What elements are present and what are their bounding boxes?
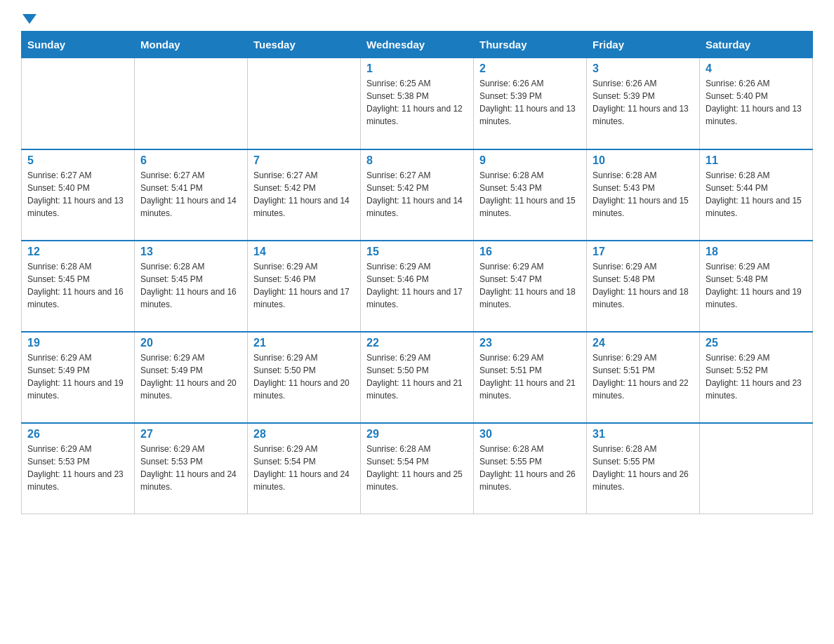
day-number: 1 xyxy=(366,62,468,75)
day-number: 25 xyxy=(706,337,807,349)
page-header xyxy=(21,14,813,24)
day-info: Sunrise: 6:28 AM Sunset: 5:45 PM Dayligh… xyxy=(27,260,128,311)
calendar-cell: 6Sunrise: 6:27 AM Sunset: 5:41 PM Daylig… xyxy=(135,149,248,241)
day-info: Sunrise: 6:29 AM Sunset: 5:46 PM Dayligh… xyxy=(253,260,355,311)
calendar-week-row: 12Sunrise: 6:28 AM Sunset: 5:45 PM Dayli… xyxy=(22,241,813,332)
calendar-cell: 9Sunrise: 6:28 AM Sunset: 5:43 PM Daylig… xyxy=(474,149,587,241)
day-header-tuesday: Tuesday xyxy=(248,32,361,58)
day-number: 29 xyxy=(366,428,468,441)
calendar-week-row: 26Sunrise: 6:29 AM Sunset: 5:53 PM Dayli… xyxy=(22,423,813,514)
day-info: Sunrise: 6:29 AM Sunset: 5:46 PM Dayligh… xyxy=(366,260,468,311)
day-info: Sunrise: 6:27 AM Sunset: 5:42 PM Dayligh… xyxy=(366,169,468,220)
day-info: Sunrise: 6:28 AM Sunset: 5:44 PM Dayligh… xyxy=(706,169,807,220)
day-info: Sunrise: 6:27 AM Sunset: 5:41 PM Dayligh… xyxy=(140,169,241,220)
calendar-cell: 26Sunrise: 6:29 AM Sunset: 5:53 PM Dayli… xyxy=(22,423,135,514)
day-info: Sunrise: 6:28 AM Sunset: 5:55 PM Dayligh… xyxy=(593,443,694,493)
calendar-cell: 3Sunrise: 6:26 AM Sunset: 5:39 PM Daylig… xyxy=(587,58,700,149)
day-number: 18 xyxy=(706,246,807,258)
day-number: 2 xyxy=(479,62,581,75)
calendar-cell xyxy=(248,58,361,149)
day-info: Sunrise: 6:29 AM Sunset: 5:49 PM Dayligh… xyxy=(140,351,241,402)
day-number: 26 xyxy=(27,428,128,441)
calendar-cell: 13Sunrise: 6:28 AM Sunset: 5:45 PM Dayli… xyxy=(135,241,248,332)
day-info: Sunrise: 6:29 AM Sunset: 5:53 PM Dayligh… xyxy=(140,443,241,493)
day-number: 19 xyxy=(27,337,128,349)
calendar-cell: 23Sunrise: 6:29 AM Sunset: 5:51 PM Dayli… xyxy=(474,332,587,423)
day-header-saturday: Saturday xyxy=(700,32,813,58)
day-number: 22 xyxy=(366,337,468,349)
calendar-cell: 22Sunrise: 6:29 AM Sunset: 5:50 PM Dayli… xyxy=(361,332,474,423)
day-info: Sunrise: 6:29 AM Sunset: 5:50 PM Dayligh… xyxy=(366,351,468,402)
calendar-cell: 12Sunrise: 6:28 AM Sunset: 5:45 PM Dayli… xyxy=(22,241,135,332)
calendar-table: SundayMondayTuesdayWednesdayThursdayFrid… xyxy=(21,31,813,514)
calendar-week-row: 5Sunrise: 6:27 AM Sunset: 5:40 PM Daylig… xyxy=(22,149,813,241)
day-number: 11 xyxy=(706,154,807,167)
day-info: Sunrise: 6:25 AM Sunset: 5:38 PM Dayligh… xyxy=(366,77,468,128)
day-info: Sunrise: 6:29 AM Sunset: 5:48 PM Dayligh… xyxy=(593,260,694,311)
day-number: 9 xyxy=(479,154,581,167)
day-number: 28 xyxy=(253,428,355,441)
calendar-cell: 24Sunrise: 6:29 AM Sunset: 5:51 PM Dayli… xyxy=(587,332,700,423)
day-number: 12 xyxy=(27,246,128,258)
calendar-week-row: 1Sunrise: 6:25 AM Sunset: 5:38 PM Daylig… xyxy=(22,58,813,149)
day-header-thursday: Thursday xyxy=(474,32,587,58)
day-header-wednesday: Wednesday xyxy=(361,32,474,58)
calendar-cell: 2Sunrise: 6:26 AM Sunset: 5:39 PM Daylig… xyxy=(474,58,587,149)
calendar-cell: 14Sunrise: 6:29 AM Sunset: 5:46 PM Dayli… xyxy=(248,241,361,332)
calendar-cell: 1Sunrise: 6:25 AM Sunset: 5:38 PM Daylig… xyxy=(361,58,474,149)
calendar-cell: 18Sunrise: 6:29 AM Sunset: 5:48 PM Dayli… xyxy=(700,241,813,332)
day-info: Sunrise: 6:29 AM Sunset: 5:48 PM Dayligh… xyxy=(706,260,807,311)
day-number: 7 xyxy=(253,154,355,167)
day-number: 23 xyxy=(479,337,581,349)
day-number: 13 xyxy=(140,246,241,258)
day-number: 3 xyxy=(593,62,694,75)
calendar-cell: 19Sunrise: 6:29 AM Sunset: 5:49 PM Dayli… xyxy=(22,332,135,423)
day-info: Sunrise: 6:29 AM Sunset: 5:53 PM Dayligh… xyxy=(27,443,128,493)
day-number: 15 xyxy=(366,246,468,258)
day-info: Sunrise: 6:26 AM Sunset: 5:39 PM Dayligh… xyxy=(479,77,581,128)
calendar-cell: 8Sunrise: 6:27 AM Sunset: 5:42 PM Daylig… xyxy=(361,149,474,241)
calendar-cell: 20Sunrise: 6:29 AM Sunset: 5:49 PM Dayli… xyxy=(135,332,248,423)
calendar-cell xyxy=(22,58,135,149)
day-header-sunday: Sunday xyxy=(22,32,135,58)
calendar-cell: 27Sunrise: 6:29 AM Sunset: 5:53 PM Dayli… xyxy=(135,423,248,514)
day-info: Sunrise: 6:28 AM Sunset: 5:43 PM Dayligh… xyxy=(593,169,694,220)
day-info: Sunrise: 6:29 AM Sunset: 5:52 PM Dayligh… xyxy=(706,351,807,402)
day-number: 5 xyxy=(27,154,128,167)
day-number: 24 xyxy=(593,337,694,349)
logo xyxy=(21,14,37,24)
day-number: 21 xyxy=(253,337,355,349)
calendar-cell: 21Sunrise: 6:29 AM Sunset: 5:50 PM Dayli… xyxy=(248,332,361,423)
calendar-cell: 28Sunrise: 6:29 AM Sunset: 5:54 PM Dayli… xyxy=(248,423,361,514)
day-number: 20 xyxy=(140,337,241,349)
day-info: Sunrise: 6:29 AM Sunset: 5:47 PM Dayligh… xyxy=(479,260,581,311)
day-number: 27 xyxy=(140,428,241,441)
day-info: Sunrise: 6:28 AM Sunset: 5:43 PM Dayligh… xyxy=(479,169,581,220)
calendar-week-row: 19Sunrise: 6:29 AM Sunset: 5:49 PM Dayli… xyxy=(22,332,813,423)
calendar-cell: 15Sunrise: 6:29 AM Sunset: 5:46 PM Dayli… xyxy=(361,241,474,332)
day-number: 31 xyxy=(593,428,694,441)
day-number: 16 xyxy=(479,246,581,258)
calendar-header-row: SundayMondayTuesdayWednesdayThursdayFrid… xyxy=(22,32,813,58)
day-info: Sunrise: 6:26 AM Sunset: 5:39 PM Dayligh… xyxy=(593,77,694,128)
calendar-cell: 25Sunrise: 6:29 AM Sunset: 5:52 PM Dayli… xyxy=(700,332,813,423)
calendar-cell: 5Sunrise: 6:27 AM Sunset: 5:40 PM Daylig… xyxy=(22,149,135,241)
calendar-cell: 4Sunrise: 6:26 AM Sunset: 5:40 PM Daylig… xyxy=(700,58,813,149)
day-number: 14 xyxy=(253,246,355,258)
day-header-friday: Friday xyxy=(587,32,700,58)
day-info: Sunrise: 6:28 AM Sunset: 5:45 PM Dayligh… xyxy=(140,260,241,311)
logo-triangle-icon xyxy=(22,14,37,24)
day-info: Sunrise: 6:29 AM Sunset: 5:50 PM Dayligh… xyxy=(253,351,355,402)
day-info: Sunrise: 6:28 AM Sunset: 5:55 PM Dayligh… xyxy=(479,443,581,493)
calendar-cell: 29Sunrise: 6:28 AM Sunset: 5:54 PM Dayli… xyxy=(361,423,474,514)
calendar-cell: 11Sunrise: 6:28 AM Sunset: 5:44 PM Dayli… xyxy=(700,149,813,241)
day-number: 30 xyxy=(479,428,581,441)
day-number: 4 xyxy=(706,62,807,75)
day-info: Sunrise: 6:27 AM Sunset: 5:42 PM Dayligh… xyxy=(253,169,355,220)
calendar-cell: 30Sunrise: 6:28 AM Sunset: 5:55 PM Dayli… xyxy=(474,423,587,514)
day-number: 8 xyxy=(366,154,468,167)
calendar-cell: 31Sunrise: 6:28 AM Sunset: 5:55 PM Dayli… xyxy=(587,423,700,514)
calendar-cell: 16Sunrise: 6:29 AM Sunset: 5:47 PM Dayli… xyxy=(474,241,587,332)
day-info: Sunrise: 6:29 AM Sunset: 5:49 PM Dayligh… xyxy=(27,351,128,402)
day-number: 10 xyxy=(593,154,694,167)
